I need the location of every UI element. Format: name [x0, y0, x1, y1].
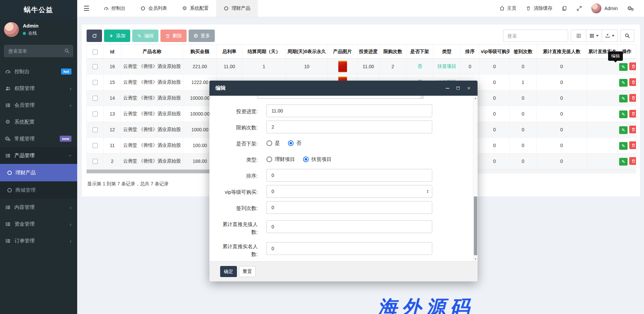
- modal-scrollbar[interactable]: ▲ ▼: [473, 96, 478, 261]
- refresh-button[interactable]: [87, 30, 102, 42]
- row-delete-button[interactable]: [629, 62, 636, 70]
- tab-system-config[interactable]: ⚙ 系统配置: [175, 0, 216, 17]
- columns-button[interactable]: [586, 30, 602, 42]
- radio-input[interactable]: [266, 156, 272, 162]
- search-button[interactable]: [621, 30, 634, 42]
- column-header: 累计直推充值人数: [537, 45, 587, 59]
- navbar-username: Admin: [604, 6, 618, 11]
- sidebar-item-funds[interactable]: 资金管理 ‹: [0, 216, 77, 232]
- sidebar-item-mall[interactable]: 商城管理: [0, 181, 77, 199]
- clear-cache-button[interactable]: 清除缓存: [521, 0, 557, 17]
- scroll-down-icon[interactable]: ▼: [473, 257, 478, 261]
- detail-view-icon: [576, 33, 581, 38]
- scroll-up-icon[interactable]: ▲: [473, 96, 478, 100]
- home-button[interactable]: 主页: [495, 0, 521, 17]
- hot-badge: hot: [61, 69, 71, 75]
- modal-header[interactable]: 编辑 ×: [209, 81, 478, 96]
- settings-cogs-icon[interactable]: ⚙⚙: [623, 0, 639, 17]
- column-header: Id: [104, 45, 121, 59]
- modal-title: 编辑: [215, 85, 226, 91]
- row-delete-button[interactable]: [629, 141, 636, 149]
- sidebar-search-input[interactable]: [4, 45, 73, 57]
- row-delete-button[interactable]: [629, 157, 636, 165]
- reset-button[interactable]: 重置: [239, 266, 256, 277]
- radio-input[interactable]: [303, 156, 309, 162]
- add-button[interactable]: + 添加: [104, 30, 130, 42]
- radio-input[interactable]: [288, 140, 294, 146]
- delete-button[interactable]: 删除: [160, 30, 187, 42]
- new-badge: new: [60, 136, 71, 142]
- row-checkbox[interactable]: [93, 64, 98, 69]
- radio-option[interactable]: 是: [266, 140, 280, 146]
- field-label: 签到次数:: [218, 201, 258, 214]
- sidebar-item-permissions[interactable]: 权限管理 ‹: [0, 80, 77, 97]
- row-checkbox[interactable]: [93, 80, 98, 85]
- sidebar-item-general[interactable]: ⚙⚙ 常规管理 new: [0, 130, 77, 147]
- radio-option[interactable]: 理财项目: [266, 156, 295, 163]
- modal-body: 投资进度:限购次数:是否下架:是否类型:理财项目扶贫项目排序:vip等级可购买:…: [209, 96, 478, 261]
- row-checkbox[interactable]: [93, 127, 98, 132]
- chevron-down-icon: ›: [68, 155, 73, 156]
- resize-grip-icon[interactable]: [420, 96, 423, 98]
- row-edit-button[interactable]: ✎: [619, 63, 628, 71]
- select-all-checkbox[interactable]: [93, 49, 98, 54]
- table-search-input[interactable]: [503, 30, 568, 42]
- sidebar-item-members[interactable]: 会员管理 ‹: [0, 97, 77, 114]
- column-header: 签到次数: [510, 45, 537, 59]
- maximize-icon[interactable]: [455, 86, 461, 91]
- row-edit-button[interactable]: ✎: [619, 142, 628, 150]
- sidebar-item-orders[interactable]: 订单管理 ‹: [0, 232, 77, 249]
- row-checkbox[interactable]: [93, 111, 98, 117]
- tab-member-list[interactable]: 会员列表: [133, 0, 175, 17]
- row-delete-button[interactable]: [629, 110, 636, 118]
- row-delete-button[interactable]: [629, 94, 636, 102]
- field-label: 投资进度:: [218, 104, 258, 117]
- search-icon: [625, 33, 630, 39]
- close-icon[interactable]: ×: [466, 86, 472, 91]
- minimize-icon[interactable]: [445, 86, 450, 91]
- fullscreen-icon: [577, 6, 582, 11]
- edit-button[interactable]: ✎ 编辑: [132, 30, 158, 42]
- row-delete-button[interactable]: [629, 78, 636, 86]
- field-input[interactable]: [266, 104, 432, 117]
- log-button[interactable]: [557, 0, 572, 17]
- more-button[interactable]: ⚙ 更多: [189, 30, 215, 42]
- tab-financial-products[interactable]: 理财产品: [216, 0, 258, 17]
- row-edit-button[interactable]: ✎: [619, 95, 628, 102]
- tab-dashboard[interactable]: 控制台: [96, 0, 133, 17]
- export-button[interactable]: [602, 30, 618, 42]
- row-checkbox[interactable]: [93, 143, 98, 148]
- user-menu[interactable]: Admin: [587, 0, 623, 17]
- radio-option[interactable]: 否: [288, 140, 301, 146]
- sidebar-item-content[interactable]: 内容管理 ‹: [0, 199, 77, 216]
- sidebar-item-products[interactable]: 产品管理 ›: [0, 147, 77, 164]
- modal-scrollbar-thumb[interactable]: [474, 196, 477, 255]
- row-edit-button[interactable]: ✎: [619, 79, 628, 87]
- field-input[interactable]: [266, 242, 432, 255]
- column-header: 投资进度: [357, 45, 380, 59]
- radio-option[interactable]: 扶贫项目: [303, 156, 332, 163]
- sidebar-item-dashboard[interactable]: 控制台 hot: [0, 63, 77, 80]
- row-checkbox[interactable]: [93, 159, 98, 164]
- row-edit-button[interactable]: ✎: [619, 110, 628, 118]
- number-spinner-icon[interactable]: ▲▼: [427, 189, 429, 193]
- field-input[interactable]: [266, 201, 432, 214]
- field-input[interactable]: [266, 169, 432, 182]
- textarea-partial[interactable]: [258, 96, 424, 99]
- hamburger-menu-icon[interactable]: ☰: [77, 0, 96, 17]
- row-edit-button[interactable]: ✎: [619, 158, 628, 166]
- row-edit-button[interactable]: ✎: [619, 126, 628, 134]
- field-input[interactable]: [266, 121, 432, 133]
- avatar[interactable]: [4, 22, 19, 37]
- confirm-button[interactable]: 确定: [220, 266, 237, 277]
- fullscreen-button[interactable]: [572, 0, 587, 17]
- row-delete-button[interactable]: [629, 126, 636, 133]
- sidebar: 蜗牛公益 Admin 在线 控制台 hot: [0, 0, 77, 314]
- radio-input[interactable]: [266, 140, 272, 146]
- detail-view-button[interactable]: [571, 30, 586, 42]
- sidebar-item-financial-products[interactable]: 理财产品: [0, 164, 77, 181]
- field-input[interactable]: [266, 185, 432, 198]
- row-checkbox[interactable]: [93, 96, 98, 101]
- field-input[interactable]: [266, 220, 432, 233]
- sidebar-item-system-config[interactable]: ⚙ 系统配置: [0, 114, 77, 130]
